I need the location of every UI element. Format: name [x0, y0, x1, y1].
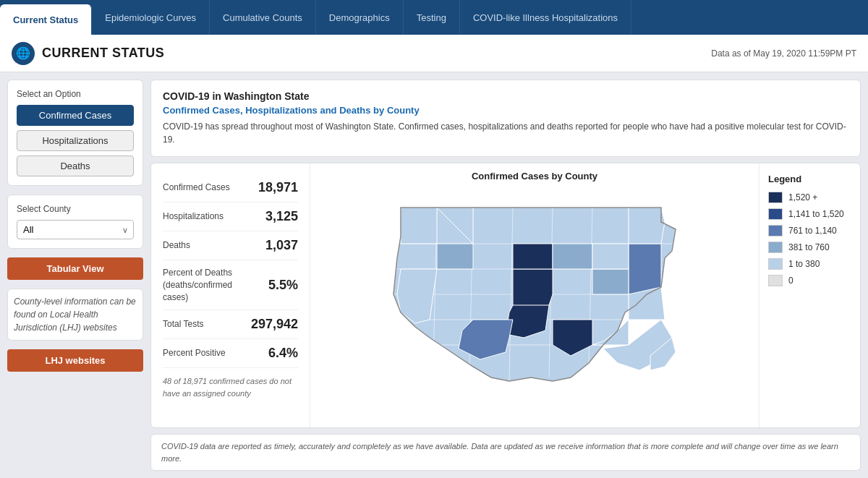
- option-deaths[interactable]: Deaths: [17, 155, 134, 176]
- county-whatcom: [437, 244, 473, 269]
- info-subheading: Confirmed Cases, Hospitalizations and De…: [163, 105, 848, 116]
- stat-value-deaths: 1,037: [265, 238, 298, 253]
- stat-value-pct-deaths: 5.5%: [268, 278, 298, 293]
- top-navigation: Current Status Epidemiologic Curves Cumu…: [0, 0, 868, 35]
- legend-color-5: [768, 275, 783, 286]
- tab-current-status[interactable]: Current Status: [0, 4, 92, 35]
- tab-demographics[interactable]: Demographics: [316, 0, 404, 35]
- legend-item-0: 1,520 +: [768, 192, 851, 203]
- stat-label-pct-pos: Percent Positive: [163, 347, 226, 359]
- main-layout: Select an Option Confirmed Cases Hospita…: [0, 72, 868, 478]
- option-hospitalizations[interactable]: Hospitalizations: [17, 130, 134, 151]
- stat-label-tests: Total Tests: [163, 318, 203, 330]
- county-snohomish: [513, 244, 553, 269]
- county-select[interactable]: All: [17, 220, 134, 239]
- legend-color-4: [768, 258, 783, 270]
- legend-label-3: 381 to 760: [788, 242, 830, 252]
- stat-value-hosp: 3,125: [265, 209, 298, 224]
- sidebar: Select an Option Confirmed Cases Hospita…: [7, 80, 143, 471]
- map-svg-container: [318, 186, 752, 403]
- county-section-label: Select County: [17, 204, 134, 214]
- legend-label-1: 1,141 to 1,520: [788, 209, 844, 219]
- legend-color-2: [768, 225, 783, 236]
- page-title: CURRENT STATUS: [42, 46, 711, 61]
- lhj-websites-button[interactable]: LHJ websites: [7, 349, 143, 372]
- tabular-view-button[interactable]: Tabular View: [7, 257, 143, 280]
- lhj-info-text: County-level information can be found on…: [7, 289, 143, 341]
- stat-total-tests: Total Tests 297,942: [163, 310, 298, 339]
- svg-marker-13: [592, 244, 629, 269]
- county-select-wrapper: All: [17, 220, 134, 239]
- legend-label-5: 0: [788, 276, 793, 286]
- content-area: COVID-19 in Washington State Confirmed C…: [150, 80, 861, 471]
- tab-testing[interactable]: Testing: [404, 0, 460, 35]
- legend-color-3: [768, 242, 783, 253]
- info-heading: COVID-19 in Washington State: [163, 90, 848, 102]
- legend-label-0: 1,520 +: [788, 192, 817, 202]
- stat-hospitalizations: Hospitalizations 3,125: [163, 202, 298, 231]
- legend-color-1: [768, 208, 783, 220]
- stat-label-hosp: Hospitalizations: [163, 210, 224, 223]
- legend-item-1: 1,141 to 1,520: [768, 208, 851, 220]
- stat-value-confirmed: 18,971: [258, 180, 298, 195]
- option-section: Select an Option Confirmed Cases Hospita…: [7, 80, 143, 186]
- washington-map: [379, 186, 690, 403]
- stat-percent-positive: Percent Positive 6.4%: [163, 339, 298, 368]
- stat-label-confirmed: Confirmed Cases: [163, 182, 230, 194]
- stat-note: 48 of 18,971 confirmed cases do not have…: [163, 375, 298, 399]
- data-date: Data as of May 19, 2020 11:59PM PT: [711, 48, 856, 59]
- legend-item-4: 1 to 380: [768, 258, 851, 270]
- footer-note: COVID-19 data are reported as timely, ac…: [150, 434, 861, 471]
- county-section: Select County All: [7, 195, 143, 249]
- legend-item-3: 381 to 760: [768, 242, 851, 253]
- legend-color-0: [768, 192, 783, 203]
- header-bar: 🌐 CURRENT STATUS Data as of May 19, 2020…: [0, 35, 868, 72]
- tab-cumulative-counts[interactable]: Cumulative Counts: [210, 0, 316, 35]
- map-title: Confirmed Cases by County: [318, 171, 752, 182]
- header-logo-icon: 🌐: [12, 42, 35, 65]
- stat-value-pct-pos: 6.4%: [268, 346, 298, 361]
- stat-value-tests: 297,942: [251, 317, 298, 332]
- svg-marker-11: [401, 208, 437, 244]
- legend-panel: Legend 1,520 + 1,141 to 1,520 761 to 1,1…: [759, 163, 860, 427]
- legend-title: Legend: [768, 174, 851, 184]
- map-card: Confirmed Cases 18,971 Hospitalizations …: [150, 163, 861, 428]
- county-chelan: [553, 244, 592, 269]
- stat-percent-deaths: Percent of Deaths(deaths/confirmedcases)…: [163, 260, 298, 310]
- legend-label-4: 1 to 380: [788, 259, 820, 269]
- svg-marker-14: [629, 208, 665, 244]
- tab-epidemiologic-curves[interactable]: Epidemiologic Curves: [92, 0, 210, 35]
- stat-label-pct-deaths: Percent of Deaths(deaths/confirmedcases): [163, 267, 232, 303]
- option-confirmed-cases[interactable]: Confirmed Cases: [17, 105, 134, 126]
- map-inner: Confirmed Cases 18,971 Hospitalizations …: [151, 163, 860, 427]
- info-description: COVID-19 has spread throughout most of W…: [163, 120, 848, 146]
- option-section-label: Select an Option: [17, 89, 134, 99]
- stats-panel: Confirmed Cases 18,971 Hospitalizations …: [151, 163, 310, 427]
- stat-deaths: Deaths 1,037: [163, 231, 298, 260]
- map-area: Confirmed Cases by County: [310, 163, 759, 427]
- tab-covid-hospitalizations[interactable]: COVID-like Illness Hospitalizations: [460, 0, 631, 35]
- stat-confirmed-cases: Confirmed Cases 18,971: [163, 174, 298, 202]
- legend-label-2: 761 to 1,140: [788, 226, 837, 236]
- legend-item-2: 761 to 1,140: [768, 225, 851, 236]
- county-douglas: [592, 269, 629, 294]
- stat-label-deaths: Deaths: [163, 239, 190, 252]
- info-card: COVID-19 in Washington State Confirmed C…: [150, 80, 861, 157]
- legend-item-5: 0: [768, 275, 851, 286]
